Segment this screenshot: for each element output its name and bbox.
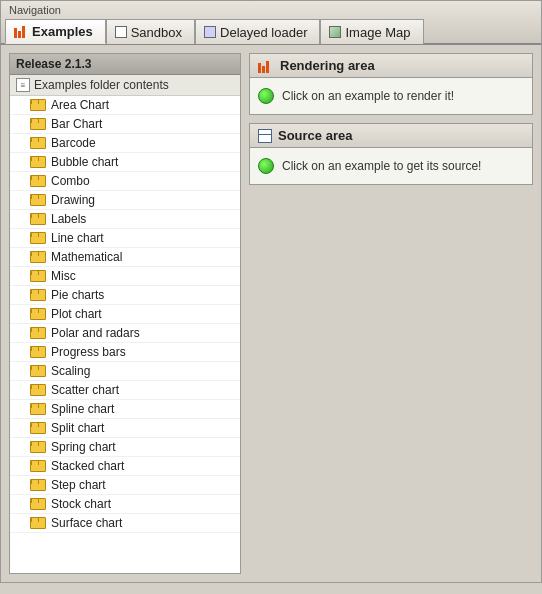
folder-icon [30, 365, 46, 377]
folder-icon [30, 327, 46, 339]
tree-item-split-chart[interactable]: Split chart [10, 419, 240, 438]
right-panel: Rendering area Click on an example to re… [249, 53, 533, 574]
folder-icon [30, 232, 46, 244]
tree-item-bar-chart[interactable]: Bar Chart [10, 115, 240, 134]
tree-item-step-chart[interactable]: Step chart [10, 476, 240, 495]
folder-icon [30, 460, 46, 472]
tree-item-area-chart[interactable]: Area Chart [10, 96, 240, 115]
tree-item-progress-bars[interactable]: Progress bars [10, 343, 240, 362]
tree-item-polar-and-radars[interactable]: Polar and radars [10, 324, 240, 343]
tree-item-label: Stacked chart [51, 459, 124, 473]
folder-icon [30, 498, 46, 510]
folder-icon [30, 213, 46, 225]
left-panel: Release 2.1.3 ≡ Examples folder contents… [9, 53, 241, 574]
folder-icon [30, 346, 46, 358]
nav-title: Navigation [5, 3, 537, 18]
doc-icon: ≡ [16, 78, 30, 92]
rendering-area-body: Click on an example to render it! [250, 78, 532, 114]
tree-item-label: Stock chart [51, 497, 111, 511]
tab-sandbox[interactable]: Sandbox [106, 19, 195, 44]
tab-sandbox-label: Sandbox [131, 25, 182, 40]
tree-item-barcode[interactable]: Barcode [10, 134, 240, 153]
folder-icon [30, 517, 46, 529]
tree-item-spline-chart[interactable]: Spline chart [10, 400, 240, 419]
tree-item-label: Split chart [51, 421, 104, 435]
tree-item-label: Polar and radars [51, 326, 140, 340]
rendering-area-title: Rendering area [280, 58, 375, 73]
tree-item-pie-charts[interactable]: Pie charts [10, 286, 240, 305]
folder-icon [30, 289, 46, 301]
folder-icon [30, 422, 46, 434]
folder-icon [30, 251, 46, 263]
delayed-tab-icon [204, 26, 216, 38]
tree-item-label: Misc [51, 269, 76, 283]
folder-icon [30, 194, 46, 206]
tree-item-label: Spring chart [51, 440, 116, 454]
folder-icon [30, 403, 46, 415]
tree-item-misc[interactable]: Misc [10, 267, 240, 286]
tab-imagemap[interactable]: Image Map [320, 19, 423, 44]
tree-item-labels[interactable]: Labels [10, 210, 240, 229]
tree-item-label: Plot chart [51, 307, 102, 321]
tree-item-label: Line chart [51, 231, 104, 245]
tree-item-label: Scaling [51, 364, 90, 378]
tree-item-spring-chart[interactable]: Spring chart [10, 438, 240, 457]
tree-item-label: Drawing [51, 193, 95, 207]
tree-item-mathematical[interactable]: Mathematical [10, 248, 240, 267]
tree-root-label: Examples folder contents [34, 78, 169, 92]
tree-item-label: Barcode [51, 136, 96, 150]
rendering-area-header: Rendering area [250, 54, 532, 78]
tree-item-label: Scatter chart [51, 383, 119, 397]
tree-item-scaling[interactable]: Scaling [10, 362, 240, 381]
rendering-area-message: Click on an example to render it! [282, 89, 454, 103]
tree-item-bubble-chart[interactable]: Bubble chart [10, 153, 240, 172]
folder-icon [30, 270, 46, 282]
left-panel-title: Release 2.1.3 [10, 54, 240, 75]
tree-item-line-chart[interactable]: Line chart [10, 229, 240, 248]
tab-delayed-label: Delayed loader [220, 25, 307, 40]
tree-item-label: Progress bars [51, 345, 126, 359]
tree-item-surface-chart[interactable]: Surface chart [10, 514, 240, 533]
tree-item-label: Combo [51, 174, 90, 188]
folder-icon [30, 441, 46, 453]
folder-icon [30, 384, 46, 396]
tree-item-plot-chart[interactable]: Plot chart [10, 305, 240, 324]
tree-item-label: Step chart [51, 478, 106, 492]
tree-item-label: Bar Chart [51, 117, 102, 131]
tree-item-stacked-chart[interactable]: Stacked chart [10, 457, 240, 476]
folder-icon [30, 308, 46, 320]
folder-icon [30, 175, 46, 187]
source-area-title: Source area [278, 128, 352, 143]
tree-root: ≡ Examples folder contents [10, 75, 240, 96]
tree-items: Area ChartBar ChartBarcodeBubble chartCo… [10, 96, 240, 533]
source-area-message: Click on an example to get its source! [282, 159, 481, 173]
tree-item-label: Area Chart [51, 98, 109, 112]
tree-item-drawing[interactable]: Drawing [10, 191, 240, 210]
tree-item-label: Pie charts [51, 288, 104, 302]
tree-item-label: Labels [51, 212, 86, 226]
source-area-section: Source area Click on an example to get i… [249, 123, 533, 185]
tree-item-scatter-chart[interactable]: Scatter chart [10, 381, 240, 400]
nav-tabs: Examples Sandbox Delayed loader Image Ma… [5, 18, 537, 43]
examples-tab-icon [14, 26, 28, 38]
tree-item-stock-chart[interactable]: Stock chart [10, 495, 240, 514]
source-area-header: Source area [250, 124, 532, 148]
tree-item-label: Spline chart [51, 402, 114, 416]
nav-bar: Navigation Examples Sandbox Delayed load… [0, 0, 542, 45]
folder-icon [30, 99, 46, 111]
tab-examples[interactable]: Examples [5, 19, 106, 44]
tab-imagemap-label: Image Map [345, 25, 410, 40]
tree-item-combo[interactable]: Combo [10, 172, 240, 191]
rendering-area-icon [258, 59, 274, 73]
folder-icon [30, 479, 46, 491]
main-content: Release 2.1.3 ≡ Examples folder contents… [0, 45, 542, 583]
rendering-area-section: Rendering area Click on an example to re… [249, 53, 533, 115]
source-area-body: Click on an example to get its source! [250, 148, 532, 184]
tab-delayed[interactable]: Delayed loader [195, 19, 320, 44]
folder-icon [30, 118, 46, 130]
tree-item-label: Surface chart [51, 516, 122, 530]
tree-item-label: Mathematical [51, 250, 122, 264]
folder-icon [30, 137, 46, 149]
tree-item-label: Bubble chart [51, 155, 118, 169]
folder-icon [30, 156, 46, 168]
